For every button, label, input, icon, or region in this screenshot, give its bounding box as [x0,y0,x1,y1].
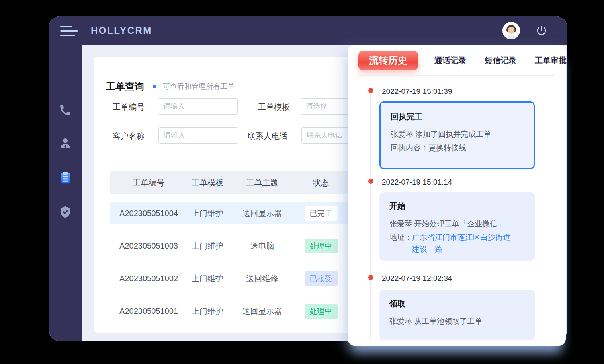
subtitle-dot-icon [153,85,156,88]
status-badge: 处理中 [305,304,338,319]
cell-template: 上门维护 [188,241,227,251]
col-header-order-no: 工单编号 [110,177,188,188]
timeline-card-highlighted[interactable]: 回执完工张爱琴 添加了回执并完成工单回执内容：更换转接线 [379,101,535,169]
col-header-template: 工单模板 [188,177,227,188]
work-order-detail-panel: 流转历史通话记录短信记录工单审批 2022-07-19 15:01:39回执完工… [348,45,566,346]
timeline-timestamp: 2022-07-19 15:01:39 [382,87,452,96]
status-badge: 已接受 [305,271,338,286]
address-row: 地址：广东省江门市蓬江区白沙街道建设一路 [389,232,525,255]
timeline-card-text: 张爱琴 添加了回执并完成工单 [391,128,524,141]
tabs-divider [358,75,555,76]
timeline-card-text: 张爱琴 从工单池领取了工单 [389,315,525,328]
address-label: 地址： [389,232,412,255]
panel-tab[interactable]: 工单审批 [526,55,576,66]
panel-tab-active[interactable]: 流转历史 [358,51,418,70]
panel-tab[interactable]: 通话记录 [425,55,475,66]
timeline-timestamp: 2022-07-19 12:02:34 [382,274,452,283]
brand-logo: HOLLYCRM [91,25,152,36]
phone-icon[interactable] [49,101,82,119]
address-link[interactable]: 广东省江门市蓬江区白沙街道建设一路 [412,232,512,255]
filter-label-template: 工单模板 [258,102,290,113]
cell-order-no: A202305051001 [110,307,188,316]
cell-subject: 送电脑 [227,241,297,251]
timeline-card[interactable]: 开始张爱琴 开始处理工单「企业微信」地址：广东省江门市蓬江区白沙街道建设一路 [379,192,535,261]
cell-subject: 送回维修 [227,273,297,284]
customer-name-input[interactable] [158,127,238,144]
panel-tabs: 流转历史通话记录短信记录工单审批 [358,51,576,70]
timeline-card-text: 张爱琴 开始处理工单「企业微信」 [389,217,525,231]
timeline-card-title: 回执完工 [391,111,524,122]
timeline-dot-icon [368,88,373,93]
person-icon[interactable] [49,135,82,152]
power-icon[interactable] [536,25,547,37]
timeline-card-text: 回执内容：更换转接线 [391,141,524,155]
timeline-timestamp: 2022-07-19 15:01:14 [382,178,452,187]
status-badge: 已完工 [305,206,338,221]
timeline-card-title: 领取 [389,298,525,309]
cell-template: 上门维护 [188,306,227,317]
cell-order-no: A202305051002 [110,274,188,283]
filter-label-customer: 客户名称 [113,131,145,142]
timeline-line [370,93,371,339]
status-badge: 处理中 [305,239,338,253]
timeline-card-title: 开始 [389,201,525,212]
page-title: 工单查询 [106,80,144,93]
timeline-card[interactable]: 领取张爱琴 从工单池领取了工单 [379,290,535,340]
cell-subject: 送回显示器 [227,208,297,219]
timeline-dot-icon [368,179,373,184]
col-header-status: 状态 [297,177,345,188]
cell-order-no: A202305051003 [110,241,188,251]
filter-label-order-no: 工单编号 [113,102,145,113]
cell-order-no: A202305051004 [110,209,188,218]
cell-subject: 送回显示器 [227,306,297,317]
cell-template: 上门维护 [188,273,227,284]
app-header: HOLLYCRM [49,16,567,45]
avatar-image [502,22,520,39]
sidebar-nav [49,45,82,341]
user-avatar[interactable] [502,22,520,39]
order-no-input[interactable] [158,98,238,115]
clipboard-icon[interactable] [49,169,82,187]
page-subtitle: 可查看和管理所有工单 [163,82,235,91]
menu-icon[interactable] [60,26,78,36]
cell-template: 上门维护 [188,208,227,219]
timeline-dot-icon [368,275,373,280]
shield-check-icon[interactable] [49,203,82,221]
col-header-subject: 工单主题 [227,177,297,188]
panel-tab[interactable]: 短信记录 [475,55,526,66]
filter-label-contact-phone: 联系人电话 [248,131,287,142]
